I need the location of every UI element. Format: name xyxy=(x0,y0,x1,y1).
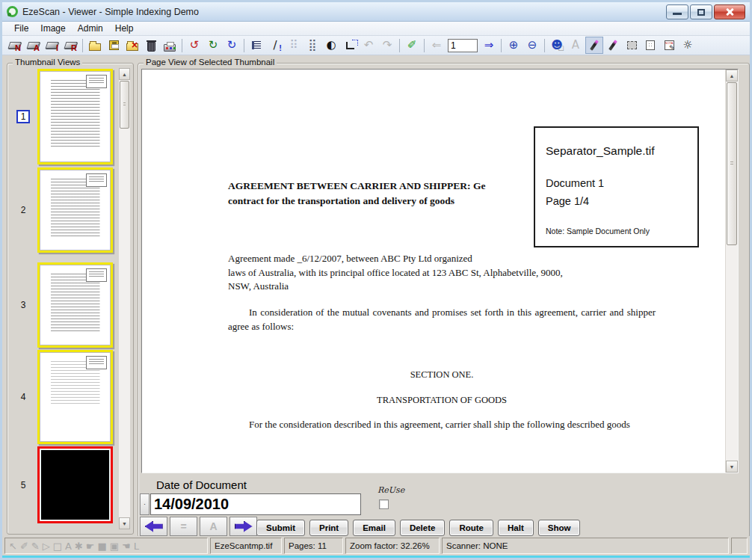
reuse-label: ReUse xyxy=(377,485,404,495)
delete-page-icon xyxy=(126,43,138,51)
invert-colors-button[interactable]: ◐ xyxy=(322,37,340,54)
barcode-zones-button[interactable] xyxy=(247,37,265,54)
document-heading: AGREEMENT BETWEEN CARRIER AND SHIPPER: G… xyxy=(228,179,549,209)
route-button[interactable]: Route xyxy=(449,520,493,536)
delete-document-button[interactable] xyxy=(142,37,160,54)
close-button[interactable] xyxy=(714,4,745,19)
rotate-180-button[interactable]: ↻ xyxy=(223,37,241,54)
scroll-down-icon[interactable]: ▼ xyxy=(119,517,130,529)
previous-page-icon: ⇐ xyxy=(432,40,442,51)
thumbnail-content xyxy=(46,80,105,155)
menu-file[interactable]: File xyxy=(8,22,34,34)
show-button[interactable]: Show xyxy=(538,520,581,536)
open-file-icon xyxy=(89,43,101,51)
date-field-options-button[interactable]: · xyxy=(140,493,150,515)
marker-white-button[interactable] xyxy=(604,37,622,54)
reuse-checkbox[interactable] xyxy=(379,499,389,509)
delete-button[interactable]: Delete xyxy=(400,520,446,536)
thumbnail-4[interactable] xyxy=(37,350,113,444)
submit-button[interactable]: Submit xyxy=(256,520,305,536)
next-field-button[interactable] xyxy=(229,517,257,536)
highlighter-button[interactable]: ✐ xyxy=(403,37,421,54)
deskew-icon: ∕ xyxy=(273,40,277,51)
toolbar-separator xyxy=(501,39,502,52)
maximize-button[interactable] xyxy=(690,4,712,19)
marker-white-icon xyxy=(608,40,617,51)
text-case-icon: A xyxy=(209,520,217,532)
separator-page: Page 1/4 xyxy=(546,195,589,207)
thumbnail-scrollbar[interactable]: ▲ ▼ xyxy=(118,67,131,530)
thumbnail-2[interactable] xyxy=(37,167,113,253)
thumbnail-separator-box xyxy=(86,356,107,369)
toolbar: NAIR↺↻↻∕!⠿⣿◐↶↷✐⇐⇒⊕⊖☻□A☼ xyxy=(2,36,750,55)
note-button[interactable] xyxy=(641,37,659,54)
crop-button[interactable] xyxy=(341,37,359,54)
toolbar-separator xyxy=(399,39,400,52)
page-scroll-up-icon[interactable]: ▲ xyxy=(726,70,738,81)
nota-stamp-button[interactable] xyxy=(660,37,678,54)
scroll-up-icon[interactable]: ▲ xyxy=(119,68,130,80)
document-section-subheading: TRANSPORTATION OF GOODS xyxy=(228,395,656,406)
point-hand-icon: ☛ xyxy=(86,541,95,552)
menu-image[interactable]: Image xyxy=(34,22,71,34)
brightness-contrast-button[interactable]: ☼ xyxy=(679,37,697,54)
print-document-button[interactable] xyxy=(161,37,179,54)
menu-bar: File Image Admin Help xyxy=(2,22,750,36)
thumbnail-3[interactable] xyxy=(37,262,113,348)
separator-box: Separator_Sample.tif Document 1 Page 1/4… xyxy=(534,126,699,247)
thumbnail-1[interactable] xyxy=(37,69,113,164)
rotate-left-icon: ↺ xyxy=(190,40,200,51)
text-annotation-button: A xyxy=(567,37,585,54)
thumbnail-5[interactable] xyxy=(37,446,113,523)
next-page-button[interactable]: ⇒ xyxy=(480,37,498,54)
zoom-out-button[interactable]: ⊖ xyxy=(523,37,541,54)
page-scrollbar[interactable]: ▲ ▼ xyxy=(725,70,738,473)
filled-box-icon: ■ xyxy=(97,541,106,552)
page-scroll-down-icon[interactable]: ▼ xyxy=(726,461,738,473)
print-button[interactable]: Print xyxy=(309,520,348,536)
thumbnail-content xyxy=(46,179,105,243)
previous-field-button[interactable] xyxy=(140,517,167,536)
thumbnail-separator-box xyxy=(86,268,107,282)
open-file-button[interactable] xyxy=(86,37,104,54)
menu-help[interactable]: Help xyxy=(109,22,140,34)
status-zoom: Zoom factor: 32.26% xyxy=(345,538,440,554)
page-number-input[interactable] xyxy=(448,39,478,52)
rotate-left-button[interactable]: ↺ xyxy=(185,37,203,54)
document-section-heading: SECTION ONE. xyxy=(228,369,656,381)
rotate-right-button[interactable]: ↻ xyxy=(204,37,222,54)
action-buttons: SubmitPrintEmailDeleteRouteHaltShow xyxy=(256,520,580,536)
menu-admin[interactable]: Admin xyxy=(72,22,109,34)
date-field-input[interactable] xyxy=(150,493,361,515)
save-file-button[interactable] xyxy=(105,37,123,54)
lasso-icon: ▷ xyxy=(43,541,50,552)
halt-button[interactable]: Halt xyxy=(498,520,534,536)
thumbnail-scrollbar-thumb[interactable] xyxy=(120,81,129,129)
toolbar-separator xyxy=(544,39,545,52)
zoom-in-button[interactable]: ⊕ xyxy=(505,37,523,54)
scan-replace-button[interactable]: R xyxy=(61,37,79,54)
thumbnail-list: 12345 xyxy=(9,69,118,523)
minimize-button[interactable] xyxy=(666,4,688,19)
scan-replace-overlay-icon: R xyxy=(71,44,77,52)
annotation-user-overlay-icon: □ xyxy=(558,44,564,52)
email-button[interactable]: Email xyxy=(353,520,395,536)
annotation-user-button[interactable]: ☻□ xyxy=(548,37,566,54)
despeckle-light-button[interactable]: ⠿ xyxy=(285,37,303,54)
separator-note: Note: Sample Document Only xyxy=(546,227,650,236)
page-scrollbar-thumb[interactable] xyxy=(727,82,737,245)
despeckle-button[interactable]: ⣿ xyxy=(303,37,321,54)
nota-stamp-icon xyxy=(665,40,674,50)
delete-page-button[interactable] xyxy=(123,37,141,54)
thumbnail-number-cell: 3 xyxy=(9,300,37,310)
scan-insert-button[interactable]: I xyxy=(43,37,61,54)
scan-append-button[interactable]: A xyxy=(24,37,42,54)
separator-document: Document 1 xyxy=(546,177,604,189)
filled-box-dot-icon: ▣ xyxy=(110,541,119,552)
select-region-button[interactable] xyxy=(623,37,641,54)
marker-black-button[interactable] xyxy=(585,37,603,54)
scan-new-button[interactable]: N xyxy=(5,37,23,54)
deskew-button[interactable]: ∕! xyxy=(266,37,284,54)
thumbnail-row-2: 2 xyxy=(9,167,118,253)
window-title: EzeScan - Viewer - Simple Indexing Demo xyxy=(22,7,199,17)
